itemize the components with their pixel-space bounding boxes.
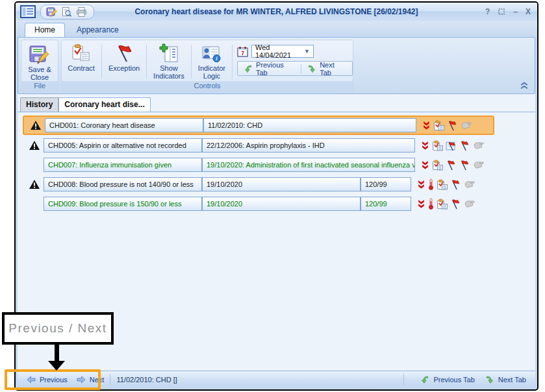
- next-tab-arrow-icon: [485, 375, 494, 384]
- controls-group-label: Controls: [62, 81, 353, 91]
- contract-icon[interactable]: [437, 179, 448, 190]
- flag-icon[interactable]: [459, 160, 470, 171]
- hand-icon[interactable]: [473, 141, 485, 150]
- quick-access-toolbar: [40, 5, 94, 19]
- date-value: Wed 14/04/2021: [255, 43, 304, 59]
- minimize-button[interactable]: –: [513, 7, 518, 16]
- contract-icon: [71, 43, 92, 63]
- help-button[interactable]: ?: [485, 7, 490, 16]
- indicator-value-cell[interactable]: 120/99: [361, 197, 411, 211]
- expand-icon[interactable]: [421, 160, 429, 169]
- save-close-button[interactable]: Save & Close: [24, 42, 55, 81]
- date-picker[interactable]: Wed 14/04/2021 ▼: [251, 45, 314, 58]
- next-record-button[interactable]: Next: [77, 376, 105, 384]
- flag-icon[interactable]: [459, 140, 470, 151]
- restore-button[interactable]: [498, 8, 505, 16]
- contract-button[interactable]: Contract: [62, 42, 101, 72]
- save-icon[interactable]: [46, 6, 57, 18]
- thermometer-icon[interactable]: [428, 178, 434, 190]
- indicator-row[interactable]: CHD007: Influenza immunisation given 19/…: [23, 156, 535, 174]
- indicator-code-cell[interactable]: CHD005: Aspirin or alternative not recor…: [44, 138, 202, 153]
- flag-icon[interactable]: [450, 199, 461, 210]
- warning-icon: [25, 180, 44, 189]
- app-menu-icon[interactable]: [19, 5, 36, 19]
- ribbon-group-controls: Contract Exception Show Indicators: [61, 40, 353, 92]
- hand-icon[interactable]: [464, 199, 476, 208]
- divider: [110, 374, 110, 385]
- previous-tab-button-status[interactable]: Previous Tab: [420, 375, 474, 384]
- flag-icon[interactable]: [446, 160, 457, 171]
- hand-icon[interactable]: [473, 160, 485, 169]
- status-text: 11/02/2010: CHD []: [116, 376, 177, 384]
- indicator-detail-cell[interactable]: 11/02/2010: CHD: [203, 118, 416, 132]
- tab-appearance[interactable]: Appearance: [68, 23, 128, 37]
- next-tab-button-status[interactable]: Next Tab: [485, 375, 526, 384]
- next-tab-label: Next Tab: [320, 61, 346, 77]
- hand-icon[interactable]: [461, 121, 473, 130]
- next-tab-button[interactable]: Next Tab: [301, 62, 352, 75]
- indicator-detail-cell[interactable]: 19/10/2020: [202, 177, 361, 191]
- annotation-arrowhead-icon: [48, 361, 65, 371]
- save-close-label: Save & Close: [24, 66, 55, 81]
- print-icon[interactable]: [76, 6, 87, 18]
- indicator-row[interactable]: CHD008: Blood pressure is not 140/90 or …: [23, 175, 535, 193]
- flag-boxed-icon[interactable]: [446, 140, 457, 151]
- indicator-row[interactable]: CHD005: Aspirin or alternative not recor…: [23, 136, 535, 154]
- title-bar: Coronary heart disease for MR WINTER, AL…: [16, 3, 537, 21]
- flag-icon[interactable]: [447, 120, 458, 131]
- ribbon-tab-row: Home Appearance: [16, 21, 537, 37]
- indicator-code-cell[interactable]: CHD009: Blood pressure is 150/90 or less: [44, 197, 202, 211]
- previous-tab-arrow-icon: [244, 64, 253, 73]
- thermometer-icon[interactable]: [428, 198, 434, 210]
- show-indicators-label: Show Indicators: [149, 64, 188, 80]
- indicator-code-cell[interactable]: CHD007: Influenza immunisation given: [44, 158, 202, 172]
- expand-icon[interactable]: [422, 121, 431, 130]
- tab-home[interactable]: Home: [25, 23, 65, 37]
- annotation-arrow: [55, 345, 59, 361]
- annotation-label: Previous / Next: [8, 321, 107, 336]
- indicator-code-cell[interactable]: CHD008: Blood pressure is not 140/90 or …: [44, 177, 202, 191]
- contract-icon[interactable]: [433, 120, 444, 131]
- contract-icon[interactable]: [432, 160, 443, 171]
- close-button[interactable]: X: [526, 7, 531, 16]
- show-indicators-button[interactable]: Show Indicators: [147, 42, 190, 80]
- warning-icon: [25, 141, 44, 150]
- indicator-row[interactable]: CHD001: Coronary heart disease 11/02/201…: [23, 116, 494, 135]
- tab-coronary-heart-disease[interactable]: Coronary heart dise...: [58, 97, 150, 112]
- exception-button[interactable]: Exception: [103, 42, 146, 72]
- previous-tab-button[interactable]: Previous Tab: [238, 62, 301, 75]
- indicator-detail-cell[interactable]: 19/10/2020: Administration of first inac…: [202, 158, 415, 172]
- divider: [146, 45, 147, 79]
- divider: [191, 45, 192, 79]
- expand-icon[interactable]: [417, 180, 425, 189]
- expand-icon[interactable]: [417, 199, 425, 208]
- indicator-code-cell[interactable]: CHD001: Coronary heart disease: [45, 118, 203, 132]
- print-preview-icon[interactable]: [61, 6, 72, 18]
- indicator-value-cell[interactable]: 120/99: [361, 177, 411, 191]
- tab-history[interactable]: History: [20, 97, 58, 112]
- previous-tab-label: Previous Tab: [256, 61, 295, 77]
- tab-navigation-panel: Previous Tab Next Tab: [237, 61, 353, 76]
- save-close-icon: [29, 43, 50, 64]
- indicator-logic-label: Indicator Logic: [195, 64, 229, 80]
- next-label: Next: [90, 376, 105, 384]
- flag-icon[interactable]: [450, 179, 461, 190]
- ribbon-collapse-button[interactable]: [520, 82, 528, 90]
- previous-record-button[interactable]: Previous: [27, 376, 68, 384]
- exception-label: Exception: [108, 64, 140, 72]
- contract-label: Contract: [68, 64, 95, 72]
- chevron-down-icon: ▼: [304, 48, 310, 55]
- indicator-logic-button[interactable]: Indicator Logic: [192, 42, 231, 80]
- indicator-detail-cell[interactable]: 22/12/2006: Aspirin prophylaxis - IHD: [202, 138, 415, 153]
- indicator-detail-cell[interactable]: 19/10/2020: [202, 197, 361, 211]
- contract-icon[interactable]: [432, 140, 443, 151]
- contract-icon[interactable]: [437, 199, 448, 210]
- indicator-row[interactable]: CHD009: Blood pressure is 150/90 or less…: [23, 195, 535, 213]
- indicator-logic-icon: [201, 43, 222, 63]
- page: Coronary heart disease for MR WINTER, AL…: [0, 0, 545, 392]
- arrow-right-icon: [77, 376, 86, 384]
- expand-icon[interactable]: [421, 141, 429, 150]
- previous-tab-label: Previous Tab: [433, 376, 474, 384]
- hand-icon[interactable]: [464, 180, 476, 189]
- show-indicators-icon: [158, 43, 179, 63]
